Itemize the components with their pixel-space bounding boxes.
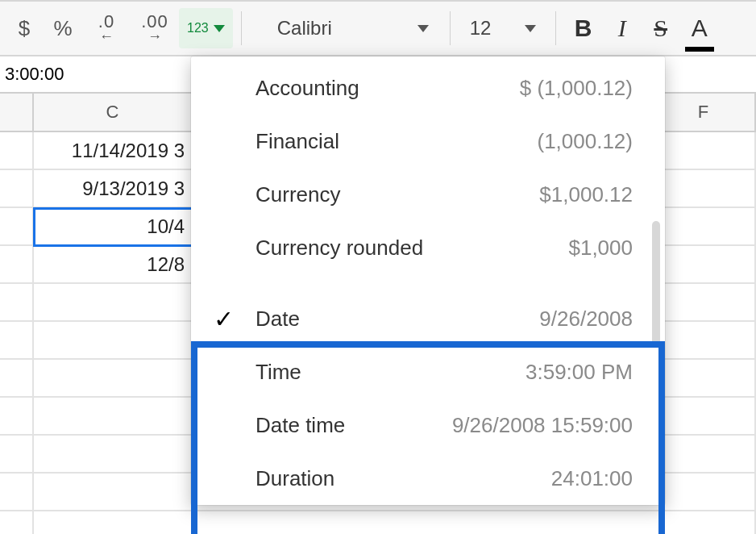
decrease-decimal-icon: .0 ← [98,13,114,44]
font-family-label: Calibri [277,17,332,40]
menu-scrollbar[interactable] [652,221,660,347]
column-header-f[interactable]: F [652,94,756,131]
menu-item-label: Currency [255,182,340,207]
cell[interactable] [0,511,34,534]
cell-c2[interactable]: 11/14/2019 3 [34,132,193,170]
cell[interactable] [0,132,34,170]
cell[interactable] [193,511,756,534]
bold-button[interactable]: B [566,8,601,48]
chevron-down-icon [214,25,225,32]
formula-bar-value: 3:00:00 [5,64,64,85]
cell[interactable] [0,398,34,436]
separator [241,11,242,45]
cell[interactable] [0,360,34,398]
menu-item-label: Currency rounded [255,236,423,261]
font-family-select[interactable]: Calibri [264,8,442,48]
number-format-menu: Accounting $ (1,000.12) Financial (1,000… [191,56,665,505]
text-color-button[interactable]: A [682,8,717,48]
cell[interactable] [34,436,193,474]
separator [450,11,451,45]
menu-item-example: 3:59:00 PM [525,360,633,385]
dollar-icon: $ [19,16,30,41]
increase-decimal-button[interactable]: .00 → [132,8,177,48]
chevron-down-icon [525,25,536,32]
font-size-label: 12 [470,17,492,40]
more-formats-button[interactable]: 123 [179,8,233,48]
menu-item-accounting[interactable]: Accounting $ (1,000.12) [191,61,665,115]
italic-button[interactable]: I [604,8,640,48]
menu-item-example: 9/26/2008 [539,307,633,332]
cell[interactable] [0,322,34,360]
cell-c5[interactable]: 12/8 [34,246,193,284]
cell[interactable] [34,511,193,534]
cell[interactable] [0,474,34,511]
menu-item-label: Time [255,360,301,385]
menu-item-duration[interactable]: Duration 24:01:00 [191,452,665,505]
cell-c4-selected[interactable]: 10/4 [34,208,193,246]
column-header-c[interactable]: C [34,94,193,131]
cell[interactable] [0,170,34,208]
separator [555,11,556,45]
more-formats-label: 123 [187,21,209,35]
menu-item-label: Date [255,307,300,332]
menu-item-example: $1,000.12 [539,182,633,207]
cell[interactable] [34,398,193,436]
format-currency-button[interactable]: $ [6,8,42,48]
font-size-select[interactable]: 12 [459,8,547,48]
menu-item-example: 24:01:00 [551,466,633,491]
menu-item-label: Financial [255,129,339,154]
menu-item-example: 9/26/2008 15:59:00 [452,413,633,438]
format-percent-button[interactable]: % [45,8,81,48]
menu-item-example: $1,000 [568,236,633,261]
cell[interactable] [0,284,34,322]
menu-item-label: Duration [255,466,334,491]
increase-decimal-icon: .00 → [141,13,168,44]
menu-item-example: (1,000.12) [537,129,633,154]
cell[interactable] [34,474,193,511]
cell[interactable] [34,284,193,322]
menu-item-currency-rounded[interactable]: Currency rounded $1,000 [191,221,665,274]
cell[interactable] [0,246,34,284]
chevron-down-icon [417,25,429,32]
strikethrough-button[interactable]: S [643,8,679,48]
cell[interactable] [34,360,193,398]
column-header-blank[interactable] [0,94,34,131]
menu-item-time[interactable]: Time 3:59:00 PM [191,345,665,398]
percent-icon: % [53,16,72,41]
menu-item-example: $ (1,000.12) [520,76,633,101]
menu-item-label: Date time [255,413,345,438]
menu-item-label: Accounting [255,76,359,101]
menu-item-date-time[interactable]: Date time 9/26/2008 15:59:00 [191,398,665,452]
decrease-decimal-button[interactable]: .0 ← [84,8,129,48]
menu-item-date[interactable]: ✓ Date 9/26/2008 [191,292,665,345]
menu-item-financial[interactable]: Financial (1,000.12) [191,115,665,168]
cell[interactable] [0,208,34,246]
menu-item-currency[interactable]: Currency $1,000.12 [191,168,665,221]
check-icon: ✓ [214,305,234,333]
cell-c3[interactable]: 9/13/2019 3 [34,170,193,208]
toolbar: $ % .0 ← .00 → 123 Calibri 12 B I S A [0,0,756,56]
cell[interactable] [0,436,34,474]
cell[interactable] [34,322,193,360]
